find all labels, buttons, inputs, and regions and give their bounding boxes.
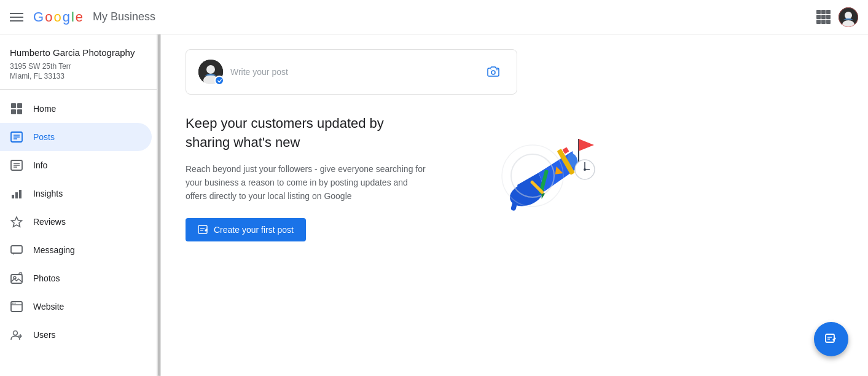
messaging-icon [10, 243, 23, 257]
create-post-label: Create your first post [214, 225, 294, 235]
users-icon [10, 328, 23, 342]
svg-point-27 [14, 331, 18, 335]
sidebar-item-website[interactable]: Website [0, 292, 152, 321]
sidebar-item-info-label: Info [33, 160, 47, 170]
svg-rect-16 [12, 195, 14, 198]
post-avatar [198, 60, 223, 84]
business-address: 3195 SW 25th Terr Miami, FL 33133 [10, 61, 147, 82]
sidebar-item-website-label: Website [33, 302, 64, 311]
apps-icon[interactable] [816, 10, 831, 25]
svg-rect-21 [11, 275, 22, 283]
svg-rect-18 [19, 190, 22, 198]
fab-button[interactable] [814, 322, 848, 356]
create-post-button[interactable]: Create your first post [186, 218, 306, 241]
svg-marker-48 [579, 139, 594, 151]
svg-point-26 [15, 303, 16, 304]
sidebar-item-photos[interactable]: Photos [0, 264, 152, 292]
illustration [480, 114, 616, 237]
sidebar-item-info[interactable]: Info [0, 151, 152, 179]
sidebar-item-insights-label: Insights [33, 189, 63, 198]
svg-rect-4 [11, 103, 16, 108]
post-placeholder-text[interactable]: Write your post [230, 67, 482, 77]
svg-rect-5 [17, 103, 22, 108]
insights-icon [10, 187, 23, 200]
google-logo: Google [33, 9, 83, 25]
info-section: Keep your customers updated by sharing w… [186, 114, 677, 241]
app-header: Google My Business [0, 0, 868, 34]
main-layout: Humberto Garcia Photography 3195 SW 25th… [0, 34, 868, 376]
verified-badge [214, 76, 224, 85]
post-input-box[interactable]: Write your post + [186, 49, 517, 95]
sidebar-item-users[interactable]: Users [0, 321, 152, 349]
sidebar: Humberto Garcia Photography 3195 SW 25th… [0, 34, 157, 376]
sidebar-item-messaging-label: Messaging [33, 245, 75, 255]
sidebar-item-reviews-label: Reviews [33, 217, 66, 227]
home-icon [10, 102, 23, 116]
info-text: Keep your customers updated by sharing w… [186, 114, 431, 241]
post-camera-button[interactable]: + [482, 61, 504, 83]
svg-text:+: + [490, 68, 492, 71]
info-icon [10, 159, 23, 172]
fab-icon [824, 332, 839, 347]
svg-point-32 [496, 69, 498, 71]
svg-rect-20 [11, 246, 22, 253]
nav-list: Home Posts [0, 90, 157, 354]
svg-rect-7 [17, 109, 22, 114]
svg-rect-6 [11, 109, 16, 114]
header-right [816, 7, 858, 27]
sidebar-item-photos-label: Photos [33, 273, 60, 283]
sidebar-item-home[interactable]: Home [0, 95, 152, 123]
svg-rect-56 [826, 334, 834, 342]
website-icon [10, 300, 23, 313]
reviews-icon [10, 215, 23, 229]
svg-point-1 [845, 12, 852, 19]
business-name: Humberto Garcia Photography [10, 47, 147, 59]
sidebar-scrollbar[interactable] [157, 34, 161, 376]
sidebar-item-messaging[interactable]: Messaging [0, 236, 152, 264]
sidebar-item-posts[interactable]: Posts [0, 123, 152, 151]
svg-point-25 [12, 303, 14, 304]
svg-point-29 [206, 65, 215, 74]
sidebar-item-insights[interactable]: Insights [0, 179, 152, 208]
photos-icon [10, 272, 23, 285]
sidebar-item-home-label: Home [33, 104, 56, 114]
illustration-svg [480, 114, 616, 237]
posts-icon [10, 130, 23, 144]
create-post-icon [198, 224, 209, 235]
main-content: Write your post + Keep your customers up… [161, 34, 868, 376]
sidebar-item-users-label: Users [33, 330, 56, 340]
svg-rect-17 [15, 192, 18, 198]
business-info: Humberto Garcia Photography 3195 SW 25th… [0, 34, 157, 90]
svg-marker-19 [12, 217, 22, 227]
sidebar-item-posts-label: Posts [33, 132, 55, 142]
app-title: My Business [93, 10, 155, 23]
post-input-left: Write your post [198, 60, 482, 84]
menu-icon[interactable] [10, 13, 23, 22]
header-left: Google My Business [10, 9, 155, 25]
info-heading: Keep your customers updated by sharing w… [186, 114, 431, 152]
sidebar-item-reviews[interactable]: Reviews [0, 208, 152, 236]
info-description: Reach beyond just your followers - give … [186, 162, 431, 203]
user-avatar[interactable] [839, 7, 858, 27]
svg-point-31 [491, 71, 495, 74]
